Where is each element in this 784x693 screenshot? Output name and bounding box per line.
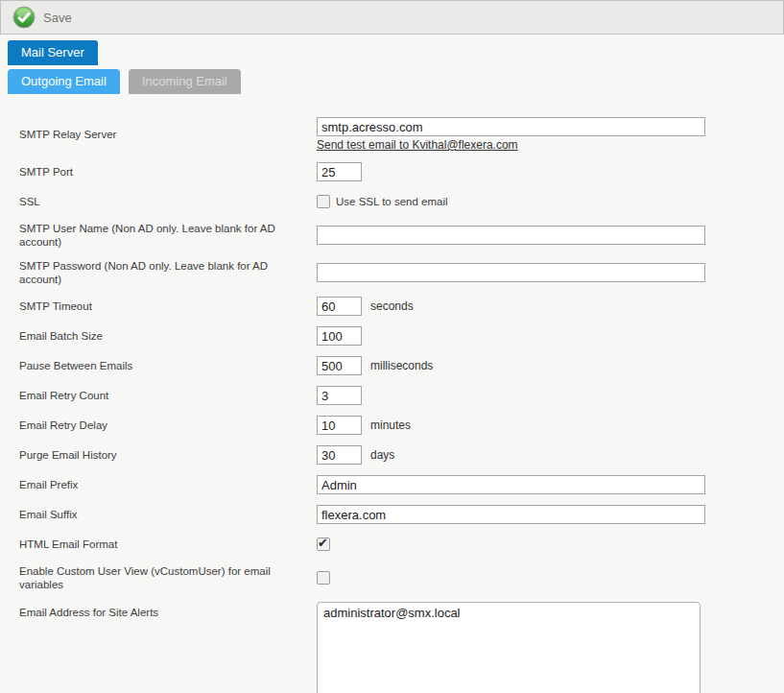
outgoing-email-form: SMTP Relay Server Send test email to Kvi… [0, 117, 784, 693]
pause-between-emails-row: Pause Between Emails milliseconds [19, 356, 784, 375]
email-batch-size-row: Email Batch Size [19, 326, 784, 346]
email-retry-count-row: Email Retry Count [19, 386, 784, 405]
smtp-password-input[interactable] [317, 263, 705, 282]
ssl-label: SSL [19, 195, 317, 208]
toolbar: Save [0, 0, 784, 35]
pause-between-emails-label: Pause Between Emails [19, 359, 317, 372]
site-alerts-row: Email Address for Site Alerts administra… [19, 602, 784, 693]
email-suffix-row: Email Suffix [19, 505, 784, 524]
smtp-timeout-input[interactable] [317, 297, 362, 316]
smtp-timeout-label: SMTP Timeout [19, 299, 317, 313]
html-email-format-row: HTML Email Format [19, 535, 784, 554]
smtp-port-label: SMTP Port [19, 165, 317, 179]
smtp-password-row: SMTP Password (Non AD only. Leave blank … [19, 259, 784, 286]
smtp-relay-server-input[interactable] [317, 117, 705, 136]
smtp-port-input[interactable] [317, 162, 362, 181]
enable-custom-user-view-label: Enable Custom User View (vCustomUser) fo… [19, 564, 317, 591]
tab-bar: Mail Server Outgoing Email Incoming Emai… [8, 35, 784, 94]
email-prefix-label: Email Prefix [19, 478, 317, 491]
site-alerts-label: Email Address for Site Alerts [19, 606, 317, 619]
use-ssl-checkbox[interactable] [317, 195, 330, 208]
email-suffix-input[interactable] [317, 505, 705, 524]
tab-outgoing-email[interactable]: Outgoing Email [8, 69, 120, 94]
email-retry-count-label: Email Retry Count [19, 389, 317, 402]
pause-between-emails-unit: milliseconds [370, 359, 433, 372]
html-email-format-label: HTML Email Format [19, 538, 317, 551]
email-retry-count-input[interactable] [317, 386, 362, 405]
email-suffix-label: Email Suffix [19, 508, 317, 521]
email-retry-delay-row: Email Retry Delay minutes [19, 416, 784, 435]
html-email-format-checkbox[interactable] [317, 538, 330, 551]
save-check-icon [12, 6, 36, 29]
email-retry-delay-unit: minutes [370, 418, 411, 432]
save-button-label: Save [43, 11, 72, 25]
email-batch-size-input[interactable] [317, 326, 362, 346]
ssl-row: SSL Use SSL to send email [19, 192, 784, 211]
save-button[interactable]: Save [11, 4, 78, 31]
email-prefix-row: Email Prefix [19, 475, 784, 494]
enable-custom-user-view-row: Enable Custom User View (vCustomUser) fo… [19, 564, 784, 591]
pause-between-emails-input[interactable] [317, 356, 362, 375]
email-retry-delay-input[interactable] [317, 416, 362, 435]
smtp-relay-server-row: SMTP Relay Server Send test email to Kvi… [19, 117, 784, 152]
site-alerts-textarea[interactable]: administrator@smx.local [317, 602, 701, 693]
email-retry-delay-label: Email Retry Delay [19, 418, 317, 432]
enable-custom-user-view-checkbox[interactable] [317, 571, 330, 585]
smtp-password-label: SMTP Password (Non AD only. Leave blank … [19, 259, 317, 286]
smtp-port-row: SMTP Port [19, 162, 784, 181]
purge-email-history-row: Purge Email History days [19, 445, 784, 465]
purge-email-history-unit: days [370, 448, 394, 462]
tab-mail-server[interactable]: Mail Server [8, 40, 98, 65]
tab-incoming-email[interactable]: Incoming Email [129, 69, 241, 94]
smtp-username-label: SMTP User Name (Non AD only. Leave blank… [19, 222, 317, 249]
email-batch-size-label: Email Batch Size [19, 329, 317, 343]
send-test-email-link[interactable]: Send test email to Kvithal@flexera.com [317, 138, 518, 152]
smtp-timeout-unit: seconds [370, 299, 414, 313]
purge-email-history-input[interactable] [317, 445, 362, 465]
purge-email-history-label: Purge Email History [19, 448, 317, 462]
email-prefix-input[interactable] [317, 475, 705, 494]
smtp-timeout-row: SMTP Timeout seconds [19, 297, 784, 316]
smtp-username-row: SMTP User Name (Non AD only. Leave blank… [19, 222, 784, 249]
use-ssl-checkbox-label: Use SSL to send email [336, 196, 448, 207]
smtp-relay-server-label: SMTP Relay Server [19, 128, 317, 141]
smtp-username-input[interactable] [317, 226, 705, 245]
